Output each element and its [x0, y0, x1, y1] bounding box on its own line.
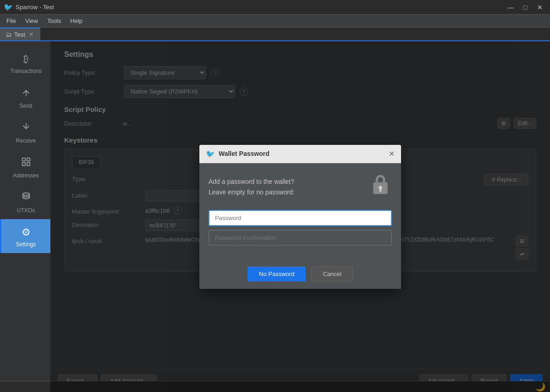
menu-tools[interactable]: Tools [43, 16, 66, 26]
password-input[interactable] [209, 210, 392, 226]
modal-title: Wallet Password [219, 150, 389, 157]
tab-close-icon[interactable]: ✕ [28, 31, 34, 38]
lock-icon [369, 172, 392, 202]
menu-view[interactable]: View [21, 16, 43, 26]
app-icon: 🐦 [4, 3, 13, 11]
addresses-icon [21, 157, 31, 170]
content-area: Settings Policy Type: Single Signature M… [50, 41, 550, 392]
minimize-button[interactable]: — [504, 3, 517, 12]
modal-body: Add a password to the wallet?Leave empty… [199, 163, 401, 259]
sidebar-item-addresses[interactable]: Addresses [0, 149, 50, 184]
modal-header-icon: 🐦 [206, 149, 215, 158]
password-confirm-input[interactable] [209, 230, 392, 246]
receive-icon [21, 122, 31, 135]
sidebar-item-utxos[interactable]: UTXOs [0, 184, 50, 219]
utxos-icon [21, 192, 31, 204]
modal-close-button[interactable]: ✕ [389, 149, 395, 158]
transactions-icon: ₿ [23, 53, 28, 65]
cancel-button[interactable]: Cancel [311, 266, 352, 282]
modal-description-row: Add a password to the wallet?Leave empty… [209, 172, 392, 202]
sidebar-label-addresses: Addresses [13, 172, 39, 179]
sidebar-item-transactions[interactable]: ₿ Transactions [0, 46, 50, 80]
sidebar-label-utxos: UTXOs [17, 207, 35, 214]
svg-rect-2 [22, 158, 25, 161]
modal-footer: No Password Cancel [199, 259, 401, 289]
sidebar-label-receive: Receive [16, 138, 36, 144]
svg-point-6 [22, 193, 29, 196]
tab-test[interactable]: 🗂 Test ✕ [0, 28, 40, 40]
menu-help[interactable]: Help [66, 16, 87, 26]
tab-wallet-icon: 🗂 [6, 31, 11, 38]
window-controls: — □ ✕ [504, 3, 546, 12]
modal-description: Add a password to the wallet?Leave empty… [209, 177, 362, 197]
sidebar: ₿ Transactions Send Receive [0, 41, 50, 392]
menu-file[interactable]: File [2, 16, 21, 26]
modal-header: 🐦 Wallet Password ✕ [199, 145, 401, 163]
svg-rect-3 [27, 158, 29, 161]
sidebar-item-send[interactable]: Send [0, 80, 50, 115]
title-bar: 🐦 Sparrow - Test — □ ✕ [0, 0, 550, 15]
sidebar-item-settings[interactable]: ⚙ Settings [0, 219, 50, 253]
close-button[interactable]: ✕ [534, 3, 546, 12]
menu-bar: File View Tools Help [0, 15, 550, 28]
send-icon [21, 87, 31, 100]
sidebar-label-settings: Settings [16, 241, 36, 248]
sidebar-label-send: Send [19, 103, 32, 109]
settings-icon: ⚙ [22, 226, 31, 238]
svg-point-8 [379, 186, 382, 189]
wallet-password-modal: 🐦 Wallet Password ✕ Add a password to th… [199, 145, 401, 289]
tab-label: Test [14, 31, 25, 38]
main-layout: ₿ Transactions Send Receive [0, 41, 550, 392]
sidebar-label-transactions: Transactions [10, 68, 41, 74]
app-title: Sparrow - Test [16, 4, 504, 11]
maximize-button[interactable]: □ [519, 3, 532, 12]
sidebar-item-receive[interactable]: Receive [0, 115, 50, 149]
no-password-button[interactable]: No Password [248, 266, 306, 282]
modal-overlay: 🐦 Wallet Password ✕ Add a password to th… [50, 41, 550, 392]
svg-rect-4 [22, 163, 25, 166]
tab-bar: 🗂 Test ✕ [0, 28, 550, 41]
svg-rect-5 [27, 163, 29, 166]
